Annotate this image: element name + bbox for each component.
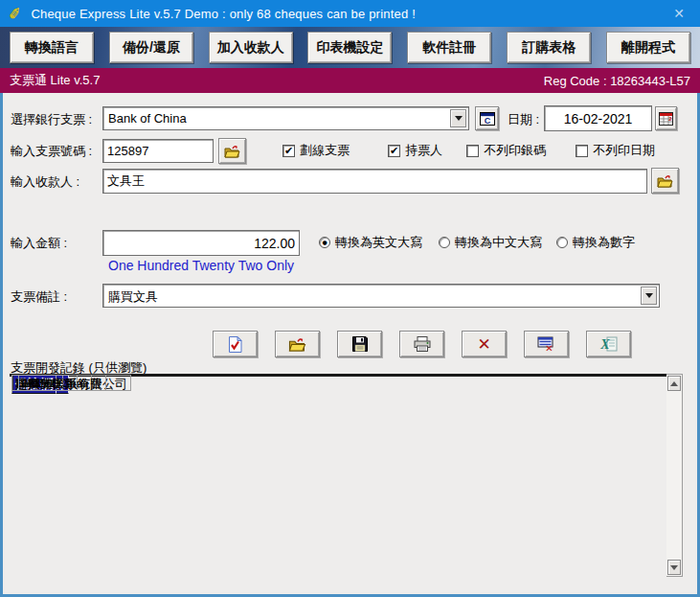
export-excel-icon: X [599, 336, 618, 352]
payee-label: 輸入收款人 : [11, 173, 79, 191]
view-bank-list-button[interactable]: C [475, 106, 499, 130]
nav-button-backup-restore[interactable]: 備份/還原 [109, 32, 193, 63]
delete-record-icon: ✕ [537, 336, 555, 352]
memo-combobox-value: 購買文具 [108, 288, 158, 306]
open-folder-icon [224, 145, 240, 158]
radio-label: 轉換為英文大寫 [335, 234, 422, 251]
checkbox-bearer[interactable]: ✔ 持票人 [388, 142, 442, 159]
nav-button-order-forms[interactable]: 訂購表格 [507, 32, 591, 63]
checkbox-label: 不列印日期 [593, 142, 655, 159]
checkbox-box[interactable]: ✔ [282, 145, 295, 157]
bank-combobox-value: Bank of China [108, 111, 187, 126]
load-payee-button[interactable] [651, 168, 679, 194]
radio-chinese-words[interactable]: 轉換為中文大寫 [439, 234, 542, 251]
close-icon[interactable]: ✕ [658, 0, 700, 27]
load-cheque-number-button[interactable] [218, 138, 246, 164]
bank-label: 選擇銀行支票 : [11, 111, 92, 128]
radio-circle[interactable] [556, 237, 568, 248]
checkbox-box[interactable] [466, 145, 479, 157]
radio-numeric[interactable]: 轉換為數字 [556, 234, 635, 251]
open-record-button[interactable] [275, 331, 320, 357]
payee-input[interactable] [102, 169, 647, 194]
radio-circle[interactable] [439, 237, 450, 248]
checkbox-no-print-amount[interactable]: 不列印銀碼 [466, 142, 546, 159]
nav-button-convert-language[interactable]: 轉換語言 [10, 32, 94, 63]
nav-button-software-register[interactable]: 軟件註冊 [407, 32, 491, 63]
nav-button-exit[interactable]: 離開程式 [606, 32, 690, 63]
save-button[interactable] [337, 331, 382, 357]
checkbox-box[interactable]: ✔ [388, 145, 400, 157]
checkbox-label: 劃線支票 [300, 142, 350, 159]
svg-text:X: X [599, 337, 610, 352]
scroll-up-icon[interactable] [667, 376, 681, 391]
checkbox-crossed-cheque[interactable]: ✔ 劃線支票 [282, 142, 350, 159]
print-icon [414, 336, 431, 352]
chevron-down-icon [645, 293, 653, 298]
window-title: Cheque Express Lite v.5.7 Demo : only 68… [31, 7, 416, 21]
save-floppy-icon [352, 336, 368, 352]
amount-label: 輸入金額 : [11, 235, 67, 252]
calendar-button[interactable]: 2 [655, 106, 677, 130]
records-grid: 日期 支票號碼 銀行名稱 收款人 金額 備註欄 16-02-2021 12589… [10, 374, 685, 577]
bank-combobox-arrow[interactable] [450, 109, 466, 127]
checkbox-no-print-date[interactable]: 不列印日期 [576, 142, 655, 159]
amount-input[interactable] [102, 230, 300, 256]
grid-scrollbar[interactable] [666, 374, 683, 577]
preview-cheque-button[interactable] [213, 331, 258, 357]
amount-in-words: One Hundred Twenty Two Only [108, 258, 294, 273]
date-input[interactable] [544, 105, 652, 131]
window-c-icon: C [480, 112, 495, 126]
app-pen-icon: ✐ [8, 4, 23, 24]
radio-circle[interactable]: ● [319, 237, 330, 248]
memo-label: 支票備註 : [11, 288, 67, 306]
checkbox-label: 不列印銀碼 [484, 142, 546, 159]
delete-record-button[interactable]: ✕ [524, 331, 569, 357]
memo-combobox-arrow[interactable] [641, 287, 657, 305]
radio-label: 轉換為中文大寫 [455, 234, 542, 251]
reg-code: Reg Code : 18263443-L57 [544, 74, 690, 88]
svg-text:C: C [484, 116, 490, 126]
records-table: 日期 支票號碼 銀行名稱 收款人 金額 備註欄 16-02-2021 12589… [10, 374, 666, 377]
radio-english-words[interactable]: ● 轉換為英文大寫 [319, 234, 422, 251]
export-excel-button[interactable]: X [586, 331, 631, 357]
cheque-number-input[interactable] [102, 139, 214, 163]
open-folder-icon [657, 174, 673, 188]
open-folder-icon [288, 337, 306, 352]
bank-combobox[interactable]: Bank of China [102, 106, 469, 130]
delete-x-icon: ✕ [477, 336, 490, 353]
app-window: ✐ Cheque Express Lite v.5.7 Demo : only … [0, 0, 700, 597]
title-bar: ✐ Cheque Express Lite v.5.7 Demo : only … [0, 0, 700, 27]
date-label: 日期 : [508, 111, 539, 128]
main-panel: 選擇銀行支票 : Bank of China C 日期 : 2 [0, 93, 700, 597]
checkbox-box[interactable] [576, 145, 588, 157]
preview-check-icon [228, 336, 242, 353]
nav-button-bar: 轉換語言 備份/還原 加入收款人 印表機設定 軟件註冊 訂購表格 離開程式 [0, 27, 700, 68]
checkbox-label: 持票人 [405, 142, 442, 159]
calendar-icon: 2 [659, 112, 673, 126]
memo-combobox[interactable]: 購買文具 [102, 284, 660, 308]
svg-text:✕: ✕ [545, 343, 553, 353]
cell-memo: 購買支票系統費 [11, 375, 106, 391]
delete-button[interactable]: ✕ [462, 331, 507, 357]
cheque-number-label: 輸入支票號碼 : [11, 143, 92, 160]
nav-button-printer-settings[interactable]: 印表機設定 [307, 32, 392, 63]
registration-bar: 支票通 Lite v.5.7 Reg Code : 18263443-L57 [0, 68, 700, 93]
scroll-down-icon[interactable] [667, 560, 681, 575]
app-name: 支票通 Lite v.5.7 [10, 72, 100, 89]
chevron-down-icon [455, 116, 463, 121]
radio-label: 轉換為數字 [573, 234, 635, 251]
nav-button-add-payee[interactable]: 加入收款人 [209, 32, 293, 63]
print-button[interactable] [399, 331, 444, 357]
